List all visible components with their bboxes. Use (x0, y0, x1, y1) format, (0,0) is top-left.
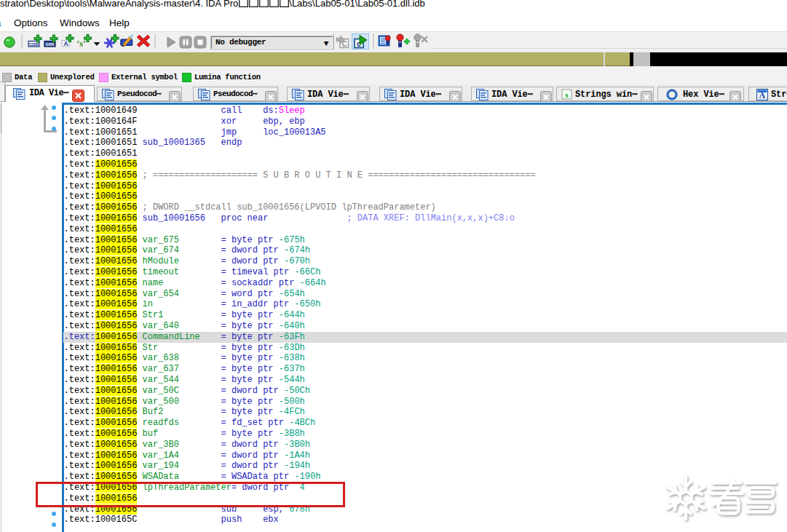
svg-text:CODE: CODE (29, 42, 39, 47)
svg-text:DATA: DATA (46, 42, 55, 47)
svg-text:A: A (63, 40, 68, 47)
svg-text:s: s (565, 90, 569, 99)
svg-text:‘s’: ‘s’ (76, 39, 86, 49)
svg-text:A: A (759, 91, 766, 100)
